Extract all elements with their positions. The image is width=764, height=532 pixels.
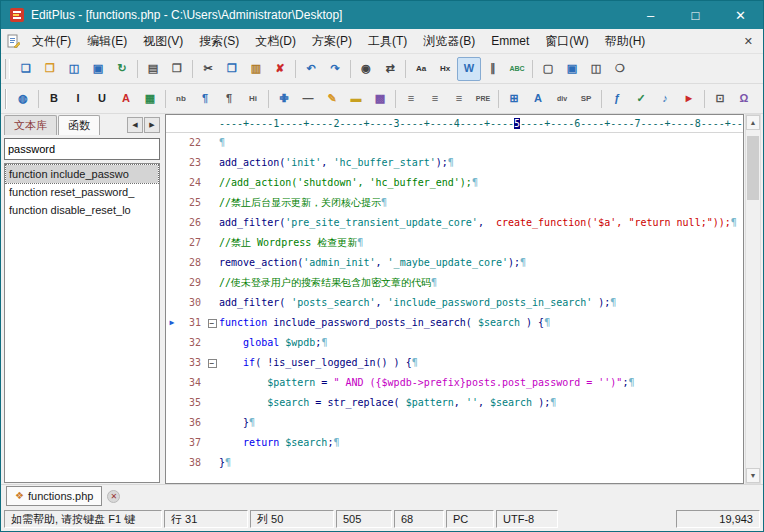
code-line[interactable]: 27//禁止 Wordpress 检查更新¶ [166,233,743,253]
line-break-button[interactable]: ¶ [217,87,241,111]
redo-button[interactable]: ↷ [323,57,347,81]
scroll-down-button[interactable]: ▼ [746,468,760,483]
code-line[interactable]: 30add_filter( 'posts_search', 'include_p… [166,293,743,313]
div-tag-button[interactable]: div [550,87,574,111]
tab-functions-php[interactable]: ❖ functions.php [6,486,102,506]
save-file-button[interactable]: ◫ [62,57,86,81]
scroll-up-button[interactable]: ▲ [746,115,760,130]
tab-scroll-left-button[interactable]: ◀ [127,117,143,133]
fold-toggle[interactable]: − [205,313,219,333]
fold-toggle[interactable]: − [205,353,219,373]
code-line[interactable]: 36 }¶ [166,413,743,433]
align-center-button[interactable]: ≡ [423,87,447,111]
sidebar-tab-2[interactable]: 函数 [58,115,100,135]
code-line[interactable]: 26add_filter('pre_site_transient_update_… [166,213,743,233]
print-preview-button[interactable]: ❐ [165,57,189,81]
code-line[interactable]: 29//使未登录用户的搜索结果包含加密文章的代码¶ [166,273,743,293]
paste-button[interactable]: ▥ [244,57,268,81]
vertical-scrollbar[interactable]: ▲ ▼ [745,114,761,484]
pencil-button[interactable]: ✎ [320,87,344,111]
toolbar-grip[interactable] [5,59,10,79]
code-line[interactable]: 32 global $wpdb;¶ [166,333,743,353]
open-file-button[interactable]: ❒ [38,57,62,81]
close-button[interactable]: ✕ [718,1,763,29]
preformatted-button[interactable]: PRE [471,87,495,111]
fullscreen-button[interactable]: ▢ [536,57,560,81]
replace-button[interactable]: ⇄ [378,57,402,81]
word-wrap-button[interactable]: W [457,57,481,81]
minimize-button[interactable]: – [628,1,673,29]
function-list-item[interactable]: function include_passwo [6,165,158,183]
object-button[interactable]: ⊡ [708,87,732,111]
tab-scroll-right-button[interactable]: ▶ [144,117,160,133]
sidebar-tab-1[interactable]: 文本库 [4,115,57,135]
menu-item-10[interactable]: 窗口(W) [537,29,596,53]
color-palette-button[interactable]: ▦ [138,87,162,111]
movie-button[interactable]: ► [677,87,701,111]
copy-button[interactable]: ❐ [220,57,244,81]
align-left-button[interactable]: ≡ [399,87,423,111]
underline-button[interactable]: U [90,87,114,111]
browser-view-button[interactable]: ▣ [560,57,584,81]
menu-item-9[interactable]: Emmet [483,29,537,53]
code-lines[interactable]: 22¶23add_action('init', 'hc_buffer_start… [166,133,743,483]
span-tag-button[interactable]: SP [574,87,598,111]
menu-item-2[interactable]: 编辑(E) [79,29,135,53]
document-close-button[interactable]: ✕ [734,35,763,48]
code-line[interactable]: 33− if( !is_user_logged_in() ) {¶ [166,353,743,373]
menu-item-7[interactable]: 工具(T) [360,29,415,53]
new-window-button[interactable]: ❍ [608,57,632,81]
code-line[interactable]: 25//禁止后台显示更新，关闭核心提示¶ [166,193,743,213]
function-search-input[interactable] [4,138,160,160]
special-characters-button[interactable]: Ω [732,87,756,111]
align-right-button[interactable]: ≡ [447,87,471,111]
menu-item-5[interactable]: 文档(D) [247,29,304,53]
scrollbar-track[interactable] [746,130,760,468]
heading-button[interactable]: Hi [241,87,265,111]
code-line[interactable]: 22¶ [166,133,743,153]
split-window-button[interactable]: ◫ [584,57,608,81]
font-color-button[interactable]: A [114,87,138,111]
menu-item-11[interactable]: 帮助(H) [597,29,654,53]
code-line[interactable]: 28remove_action('admin_init', '_maybe_up… [166,253,743,273]
paragraph-button[interactable]: ¶ [193,87,217,111]
spell-check-button[interactable]: ABC [505,57,529,81]
script-tag-button[interactable]: ƒ [605,87,629,111]
menu-item-4[interactable]: 搜索(S) [191,29,247,53]
anchor-button[interactable]: ✙ [272,87,296,111]
table-button[interactable]: ⊞ [502,87,526,111]
browser-preview-button[interactable]: ◍ [11,87,35,111]
italic-button[interactable]: I [66,87,90,111]
code-line[interactable]: 24//add_action('shutdown', 'hc_buffer_en… [166,173,743,193]
reload-file-button[interactable]: ↻ [110,57,134,81]
cut-button[interactable]: ✂ [196,57,220,81]
undo-button[interactable]: ↶ [299,57,323,81]
function-list-item[interactable]: function reset_password_ [6,183,158,201]
bold-button[interactable]: B [42,87,66,111]
code-line[interactable]: 35 $search = str_replace( $pattern, '', … [166,393,743,413]
code-line[interactable]: 38}¶ [166,453,743,473]
find-button[interactable]: ◉ [354,57,378,81]
checkmark-button[interactable]: ✓ [629,87,653,111]
code-line[interactable]: 34 $pattern = " AND ({$wpdb->prefix}post… [166,373,743,393]
code-line[interactable]: ▶31−function include_password_posts_in_s… [166,313,743,333]
html-colors-button[interactable]: ▨ [756,87,763,111]
link-button[interactable]: A [526,87,550,111]
menu-item-6[interactable]: 方案(P) [304,29,360,53]
maximize-button[interactable]: □ [673,1,718,29]
print-button[interactable]: ▤ [141,57,165,81]
tab-close-button[interactable]: ✕ [107,490,120,503]
function-list-item[interactable]: function disable_reset_lo [6,201,158,219]
menu-item-3[interactable]: 视图(V) [135,29,191,53]
code-line[interactable]: 23add_action('init', 'hc_buffer_start');… [166,153,743,173]
delete-button[interactable]: ✘ [268,57,292,81]
match-case-button[interactable]: Aa [409,57,433,81]
menu-item-1[interactable]: 文件(F) [24,29,79,53]
highlight-marker-button[interactable]: ▬ [344,87,368,111]
menu-item-8[interactable]: 浏览器(B) [415,29,483,53]
column-select-button[interactable]: ∥ [481,57,505,81]
code-line[interactable]: 37 return $search;¶ [166,433,743,453]
music-button[interactable]: ♪ [653,87,677,111]
toolbar-grip[interactable] [5,89,7,109]
new-file-button[interactable]: ❏ [14,57,38,81]
